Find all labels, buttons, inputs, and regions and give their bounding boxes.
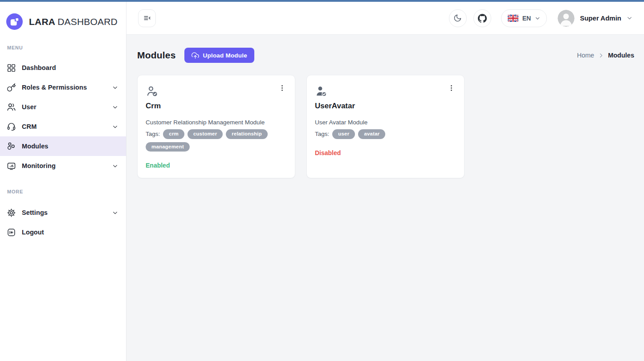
logout-icon bbox=[6, 227, 16, 237]
tag: crm bbox=[163, 129, 184, 139]
card-menu-button[interactable] bbox=[447, 83, 456, 93]
tags-label: Tags: bbox=[315, 131, 329, 137]
users-icon bbox=[6, 102, 16, 112]
module-title: Crm bbox=[146, 102, 161, 111]
user-check-filled-icon bbox=[315, 85, 329, 98]
module-tags: Tags: user avatar bbox=[315, 129, 385, 139]
page-title: Modules bbox=[137, 50, 176, 61]
sidebar-item-monitoring[interactable]: Monitoring bbox=[0, 156, 126, 176]
chevron-down-icon bbox=[112, 124, 118, 130]
chevron-down-icon bbox=[112, 210, 118, 216]
sidebar-section-menu-label: MENU bbox=[0, 45, 126, 50]
logo-text: LARADASHBOARD bbox=[29, 16, 118, 27]
lara-logo-icon bbox=[6, 13, 23, 30]
status-badge: Enabled bbox=[146, 162, 170, 169]
page-content: Modules Upload Module Home Mo bbox=[126, 35, 644, 361]
sidebar-item-crm[interactable]: CRM bbox=[0, 117, 126, 136]
breadcrumb: Home Modules bbox=[577, 52, 635, 59]
sidebar-item-logout[interactable]: Logout bbox=[0, 222, 126, 242]
chevron-down-icon bbox=[627, 15, 632, 21]
upload-module-button[interactable]: Upload Module bbox=[184, 48, 254, 63]
sidebar-item-roles-permissions[interactable]: Roles & Permissions bbox=[0, 78, 126, 97]
logo[interactable]: LARADASHBOARD bbox=[0, 2, 126, 32]
tag: user bbox=[332, 129, 355, 139]
user-name: Super Admin bbox=[580, 14, 621, 22]
module-card-crm: Crm Customer Relationship Management Mod… bbox=[137, 75, 295, 178]
card-menu-button[interactable] bbox=[277, 83, 287, 93]
avatar bbox=[558, 10, 575, 27]
sidebar-item-modules[interactable]: Modules bbox=[0, 136, 126, 156]
kebab-menu-icon bbox=[448, 84, 455, 92]
grid-icon bbox=[6, 63, 16, 73]
status-badge: Disabled bbox=[315, 149, 341, 156]
breadcrumb-home-link[interactable]: Home bbox=[577, 52, 595, 59]
top-header: EN bbox=[126, 2, 644, 35]
uk-flag-icon bbox=[508, 15, 518, 22]
page-title-row: Modules Upload Module Home Mo bbox=[137, 48, 634, 63]
tag: avatar bbox=[358, 129, 385, 139]
tag: customer bbox=[187, 129, 223, 139]
sidebar-item-dashboard[interactable]: Dashboard bbox=[0, 58, 126, 78]
user-menu[interactable]: Super Admin bbox=[558, 10, 632, 27]
moon-icon bbox=[453, 14, 462, 22]
chevron-right-icon bbox=[598, 53, 604, 58]
collapse-sidebar-button[interactable] bbox=[138, 9, 156, 27]
upload-cloud-icon bbox=[192, 52, 199, 59]
sidebar-section-more-label: MORE bbox=[0, 189, 126, 194]
module-cards: Crm Customer Relationship Management Mod… bbox=[137, 75, 634, 178]
module-description: Customer Relationship Management Module bbox=[146, 119, 265, 127]
breadcrumb-current: Modules bbox=[608, 52, 634, 59]
monitoring-icon bbox=[6, 161, 16, 171]
theme-toggle-button[interactable] bbox=[449, 9, 467, 27]
module-description: User Avatar Module bbox=[315, 119, 367, 127]
key-icon bbox=[6, 82, 16, 92]
chevron-down-icon bbox=[535, 16, 540, 21]
language-selector[interactable]: EN bbox=[501, 9, 547, 27]
tag: relationship bbox=[226, 129, 268, 139]
module-tags: Tags: crm customer relationship manageme… bbox=[146, 129, 287, 152]
main-column: EN bbox=[126, 2, 644, 361]
modules-icon bbox=[6, 141, 16, 151]
user-check-outline-icon bbox=[146, 85, 159, 98]
sidebar-menu-nav: Dashboard Roles & Permissions bbox=[0, 58, 126, 176]
tag: management bbox=[146, 142, 190, 152]
chevron-down-icon bbox=[112, 163, 118, 169]
sidebar-item-settings[interactable]: Settings bbox=[0, 203, 126, 222]
github-icon bbox=[478, 14, 487, 23]
chevron-down-icon bbox=[112, 104, 118, 110]
module-title: UserAvatar bbox=[315, 102, 355, 111]
collapse-sidebar-icon bbox=[143, 14, 151, 22]
github-button[interactable] bbox=[473, 9, 491, 27]
app-shell: LARADASHBOARD MENU Dashboard bbox=[0, 2, 644, 361]
sidebar-item-user[interactable]: User bbox=[0, 97, 126, 117]
gear-icon bbox=[6, 208, 16, 217]
sidebar-more-nav: Settings Logout bbox=[0, 203, 126, 242]
header-actions: EN bbox=[449, 9, 632, 27]
tags-label: Tags: bbox=[146, 131, 160, 137]
module-card-useravatar: UserAvatar User Avatar Module Tags: user… bbox=[306, 75, 465, 178]
kebab-menu-icon bbox=[278, 84, 286, 92]
headset-icon bbox=[6, 122, 16, 131]
chevron-down-icon bbox=[112, 85, 118, 90]
sidebar: LARADASHBOARD MENU Dashboard bbox=[0, 2, 126, 361]
